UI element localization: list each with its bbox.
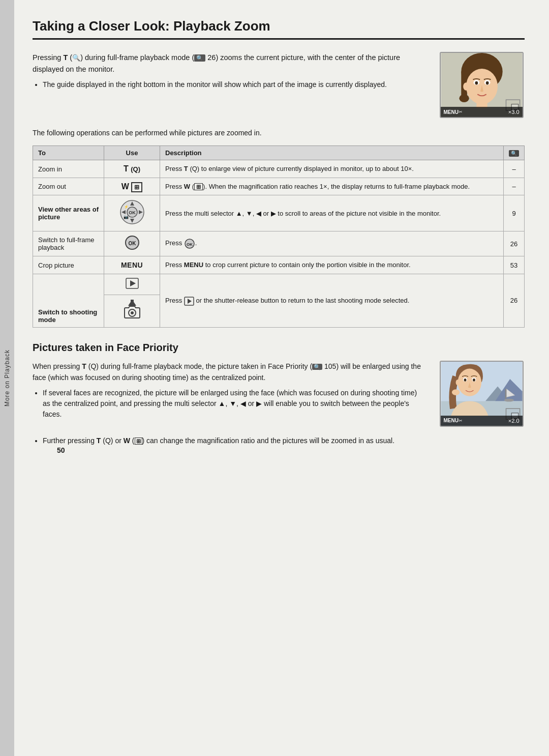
- face-priority-title: Pictures taken in Face Priority: [33, 342, 525, 354]
- svg-point-40: [504, 399, 513, 402]
- row-desc-zoom-in: Press T (Q) to enlarge view of picture c…: [160, 160, 504, 178]
- menu-text-icon: MENU: [121, 261, 143, 269]
- menu-icon-2: MENU: [444, 418, 459, 423]
- svg-point-3: [459, 94, 469, 102]
- row-use-view-areas: OK ⚡ 📷: [104, 195, 160, 231]
- camera-screen-bottom-1: MENU ✂ ×3.0: [441, 107, 523, 117]
- camera-screen-bottom-2: MENU ✂ ×2.0: [441, 416, 523, 426]
- table-row: View other areas of picture: [33, 195, 525, 231]
- svg-text:📷: 📷: [124, 214, 129, 219]
- svg-point-9: [485, 81, 489, 85]
- table-row: Switch to shooting mode: [33, 274, 525, 327]
- row-ref-fullframe: 26: [504, 231, 525, 256]
- scissors-icon-1: ✂: [459, 109, 463, 114]
- svg-point-46: [455, 380, 460, 386]
- playback-mode-icon: [126, 278, 139, 289]
- scissors-icon-2: ✂: [459, 418, 463, 423]
- face-section: When pressing T (Q) during full-frame pl…: [33, 361, 525, 427]
- table-row: Zoom in T (Q) Press T (Q) to enlarge vie…: [33, 160, 525, 178]
- table-row: Switch to full-frame playback OK Press O…: [33, 231, 525, 256]
- face-bullet1: If several faces are recognized, the pic…: [43, 388, 426, 420]
- shutter-icon: [122, 299, 142, 322]
- row-use-zoom-out: W ⊞: [104, 178, 160, 195]
- camera-screen-2: MENU ✂ ×2.0: [440, 361, 524, 427]
- row-use-crop: MENU: [104, 256, 160, 274]
- intro-bullet1: The guide displayed in the right bottom …: [43, 79, 426, 90]
- zoom-text-1: ×3.0: [508, 109, 520, 115]
- intro-paragraph1: Pressing T (🔍) during full-frame playbac…: [33, 52, 426, 75]
- playback-inline-icon: [184, 297, 194, 306]
- svg-rect-29: [131, 300, 134, 306]
- row-ref-view-areas: 9: [504, 195, 525, 231]
- operations-table: To Use Description 🔍 Zoom in T (Q) Pr: [33, 146, 525, 328]
- row-to-fullframe: Switch to full-frame playback: [33, 231, 104, 256]
- row-desc-shooting: Press or the shutter-release button to r…: [160, 274, 504, 327]
- row-ref-shooting: 26: [504, 274, 525, 327]
- svg-point-31: [131, 311, 134, 314]
- icon-cell-shutter: [104, 295, 160, 327]
- main-content: Taking a Closer Look: Playback Zoom Pres…: [14, 0, 549, 756]
- ok-button-icon: OK: [125, 235, 140, 250]
- row-desc-crop: Press MENU to crop current picture to co…: [160, 256, 504, 274]
- row-desc-fullframe: Press OK.: [160, 231, 504, 256]
- shooting-mode-label: Switch to shooting mode: [38, 308, 99, 324]
- svg-text:OK: OK: [128, 241, 136, 246]
- svg-text:OK: OK: [187, 242, 193, 247]
- svg-marker-33: [188, 299, 192, 304]
- svg-marker-27: [130, 280, 136, 286]
- icon-cell-split: [104, 274, 160, 327]
- row-ref-zoom-out: –: [504, 178, 525, 195]
- row-desc-zoom-out: Press W (⊞). When the magnification rati…: [160, 178, 504, 195]
- table-row: Zoom out W ⊞ Press W (⊞). When the magni…: [33, 178, 525, 195]
- side-tab-label: More on Playback: [4, 350, 11, 406]
- row-to-crop: Crop picture: [33, 256, 104, 274]
- svg-point-47: [451, 389, 460, 395]
- menu-icon-1: MENU: [444, 109, 459, 115]
- intro-section: Pressing T (🔍) during full-frame playbac…: [33, 52, 525, 118]
- table-header-ref: 🔍: [504, 146, 525, 160]
- page-wrapper: More on Playback Taking a Closer Look: P…: [0, 0, 549, 756]
- icon-cell-playback: [104, 274, 160, 295]
- multi-selector-icon: OK ⚡ 📷: [119, 199, 145, 225]
- row-use-fullframe: OK: [104, 231, 160, 256]
- operations-intro: The following operations can be performe…: [33, 127, 525, 138]
- row-use-shooting: [104, 274, 160, 327]
- camera-preview-2: MENU ✂ ×2.0: [438, 361, 525, 427]
- row-to-zoom-in: Zoom in: [33, 160, 104, 178]
- page-title: Taking a Closer Look: Playback Zoom: [33, 18, 525, 40]
- face-para1: When pressing T (Q) during full-frame pl…: [33, 361, 426, 384]
- row-to-shooting: Switch to shooting mode: [33, 274, 104, 327]
- row-to-view-areas: View other areas of picture: [33, 195, 104, 231]
- svg-rect-38: [505, 389, 506, 398]
- svg-point-10: [463, 82, 469, 91]
- ok-inline-icon: OK: [184, 238, 195, 249]
- face-bullet2: Further pressing T (Q) or W (⊞) can chan…: [43, 435, 525, 446]
- row-ref-crop: 53: [504, 256, 525, 274]
- row-desc-view-areas: Press the multi selector ▲, ▼, ◀ or ▶ to…: [160, 195, 504, 231]
- table-header-desc: Description: [160, 146, 504, 160]
- intro-text: Pressing T (🔍) during full-frame playbac…: [33, 52, 426, 118]
- zoom-text-2: ×2.0: [508, 418, 520, 424]
- side-tab: More on Playback: [0, 0, 14, 756]
- face-text: When pressing T (Q) during full-frame pl…: [33, 361, 426, 427]
- camera-preview-1: MENU ✂ ×3.0: [438, 52, 525, 118]
- camera-screen-1: MENU ✂ ×3.0: [440, 52, 524, 118]
- svg-point-8: [475, 81, 478, 85]
- row-to-zoom-out: Zoom out: [33, 178, 104, 195]
- svg-text:OK: OK: [129, 210, 136, 215]
- table-row: Crop picture MENU Press MENU to crop cur…: [33, 256, 525, 274]
- svg-point-44: [464, 379, 466, 382]
- row-use-zoom-in: T (Q): [104, 160, 160, 178]
- page-number: 50: [57, 446, 549, 454]
- table-header-use: Use: [104, 146, 160, 160]
- svg-text:⚡: ⚡: [124, 205, 129, 209]
- row-ref-zoom-in: –: [504, 160, 525, 178]
- table-header-to: To: [33, 146, 104, 160]
- svg-point-45: [473, 379, 475, 382]
